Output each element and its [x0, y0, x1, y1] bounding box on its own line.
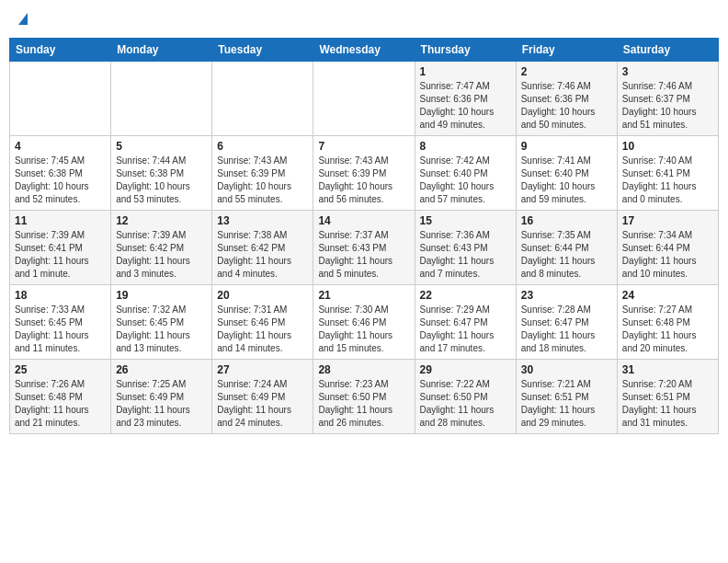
- day-number: 19: [116, 289, 207, 302]
- day-info: Sunrise: 7:37 AMSunset: 6:43 PMDaylight:…: [318, 229, 409, 281]
- day-number: 26: [116, 363, 207, 376]
- calendar-cell: 10Sunrise: 7:40 AMSunset: 6:41 PMDayligh…: [617, 136, 718, 211]
- calendar-week-4: 18Sunrise: 7:33 AMSunset: 6:45 PMDayligh…: [10, 285, 719, 360]
- day-info: Sunrise: 7:38 AMSunset: 6:42 PMDaylight:…: [217, 229, 308, 281]
- calendar-cell: 6Sunrise: 7:43 AMSunset: 6:39 PMDaylight…: [212, 136, 313, 211]
- day-number: 13: [217, 214, 308, 227]
- calendar-cell: 13Sunrise: 7:38 AMSunset: 6:42 PMDayligh…: [212, 211, 313, 285]
- calendar-cell: 4Sunrise: 7:45 AMSunset: 6:38 PMDaylight…: [10, 136, 111, 211]
- calendar-cell: 27Sunrise: 7:24 AMSunset: 6:49 PMDayligh…: [212, 360, 313, 434]
- day-number: 4: [15, 140, 106, 153]
- day-info: Sunrise: 7:23 AMSunset: 6:50 PMDaylight:…: [318, 378, 409, 430]
- weekday-header-tuesday: Tuesday: [212, 39, 313, 62]
- calendar-cell: 29Sunrise: 7:22 AMSunset: 6:50 PMDayligh…: [415, 360, 516, 434]
- logo-triangle-icon: [18, 13, 28, 25]
- calendar-cell: 23Sunrise: 7:28 AMSunset: 6:47 PMDayligh…: [516, 285, 617, 360]
- calendar-week-3: 11Sunrise: 7:39 AMSunset: 6:41 PMDayligh…: [10, 211, 719, 285]
- calendar-cell: 1Sunrise: 7:47 AMSunset: 6:36 PMDaylight…: [415, 62, 516, 136]
- day-number: 18: [15, 289, 106, 302]
- day-info: Sunrise: 7:25 AMSunset: 6:49 PMDaylight:…: [116, 378, 207, 430]
- day-number: 30: [521, 363, 612, 376]
- calendar-cell: 14Sunrise: 7:37 AMSunset: 6:43 PMDayligh…: [313, 211, 415, 285]
- calendar-cell: 26Sunrise: 7:25 AMSunset: 6:49 PMDayligh…: [111, 360, 212, 434]
- weekday-header-monday: Monday: [111, 39, 212, 62]
- calendar-cell: 25Sunrise: 7:26 AMSunset: 6:48 PMDayligh…: [10, 360, 111, 434]
- calendar-cell: 2Sunrise: 7:46 AMSunset: 6:36 PMDaylight…: [516, 62, 617, 136]
- calendar-cell: 30Sunrise: 7:21 AMSunset: 6:51 PMDayligh…: [516, 360, 617, 434]
- day-number: 20: [217, 289, 308, 302]
- day-info: Sunrise: 7:36 AMSunset: 6:43 PMDaylight:…: [420, 229, 511, 281]
- calendar-cell: [212, 62, 313, 136]
- day-number: 31: [622, 363, 713, 376]
- calendar-cell: 5Sunrise: 7:44 AMSunset: 6:38 PMDaylight…: [111, 136, 212, 211]
- day-number: 21: [318, 289, 409, 302]
- day-info: Sunrise: 7:42 AMSunset: 6:40 PMDaylight:…: [420, 155, 511, 206]
- day-info: Sunrise: 7:20 AMSunset: 6:51 PMDaylight:…: [622, 378, 713, 430]
- calendar-cell: 20Sunrise: 7:31 AMSunset: 6:46 PMDayligh…: [212, 285, 313, 360]
- day-number: 28: [318, 363, 409, 376]
- day-info: Sunrise: 7:43 AMSunset: 6:39 PMDaylight:…: [318, 155, 409, 206]
- day-info: Sunrise: 7:46 AMSunset: 6:36 PMDaylight:…: [521, 80, 612, 132]
- day-number: 2: [521, 65, 612, 78]
- calendar-cell: 7Sunrise: 7:43 AMSunset: 6:39 PMDaylight…: [313, 136, 415, 211]
- calendar-cell: 18Sunrise: 7:33 AMSunset: 6:45 PMDayligh…: [10, 285, 111, 360]
- calendar-cell: 28Sunrise: 7:23 AMSunset: 6:50 PMDayligh…: [313, 360, 415, 434]
- day-number: 27: [217, 363, 308, 376]
- day-number: 24: [622, 289, 713, 302]
- weekday-header-saturday: Saturday: [617, 39, 718, 62]
- day-info: Sunrise: 7:40 AMSunset: 6:41 PMDaylight:…: [622, 155, 713, 206]
- day-info: Sunrise: 7:46 AMSunset: 6:37 PMDaylight:…: [622, 80, 713, 132]
- day-number: 22: [420, 289, 511, 302]
- day-info: Sunrise: 7:26 AMSunset: 6:48 PMDaylight:…: [15, 378, 106, 430]
- day-info: Sunrise: 7:21 AMSunset: 6:51 PMDaylight:…: [521, 378, 612, 430]
- weekday-header-sunday: Sunday: [10, 39, 111, 62]
- calendar-cell: 11Sunrise: 7:39 AMSunset: 6:41 PMDayligh…: [10, 211, 111, 285]
- day-info: Sunrise: 7:35 AMSunset: 6:44 PMDaylight:…: [521, 229, 612, 281]
- calendar-cell: 31Sunrise: 7:20 AMSunset: 6:51 PMDayligh…: [617, 360, 718, 434]
- calendar-header-row: SundayMondayTuesdayWednesdayThursdayFrid…: [10, 39, 719, 62]
- day-number: 17: [622, 214, 713, 227]
- day-number: 14: [318, 214, 409, 227]
- day-number: 10: [622, 140, 713, 153]
- day-info: Sunrise: 7:30 AMSunset: 6:46 PMDaylight:…: [318, 304, 409, 355]
- day-info: Sunrise: 7:27 AMSunset: 6:48 PMDaylight:…: [622, 304, 713, 355]
- day-info: Sunrise: 7:47 AMSunset: 6:36 PMDaylight:…: [420, 80, 511, 132]
- day-info: Sunrise: 7:22 AMSunset: 6:50 PMDaylight:…: [420, 378, 511, 430]
- day-info: Sunrise: 7:28 AMSunset: 6:47 PMDaylight:…: [521, 304, 612, 355]
- weekday-header-friday: Friday: [516, 39, 617, 62]
- day-number: 23: [521, 289, 612, 302]
- calendar-week-2: 4Sunrise: 7:45 AMSunset: 6:38 PMDaylight…: [10, 136, 719, 211]
- day-number: 29: [420, 363, 511, 376]
- day-number: 12: [116, 214, 207, 227]
- day-number: 3: [622, 65, 713, 78]
- weekday-header-thursday: Thursday: [415, 39, 516, 62]
- day-info: Sunrise: 7:41 AMSunset: 6:40 PMDaylight:…: [521, 155, 612, 206]
- day-number: 5: [116, 140, 207, 153]
- day-info: Sunrise: 7:39 AMSunset: 6:41 PMDaylight:…: [15, 229, 106, 281]
- calendar-cell: [111, 62, 212, 136]
- day-number: 7: [318, 140, 409, 153]
- day-number: 15: [420, 214, 511, 227]
- day-number: 25: [15, 363, 106, 376]
- day-info: Sunrise: 7:33 AMSunset: 6:45 PMDaylight:…: [15, 304, 106, 355]
- calendar-cell: 16Sunrise: 7:35 AMSunset: 6:44 PMDayligh…: [516, 211, 617, 285]
- calendar-cell: 19Sunrise: 7:32 AMSunset: 6:45 PMDayligh…: [111, 285, 212, 360]
- day-info: Sunrise: 7:39 AMSunset: 6:42 PMDaylight:…: [116, 229, 207, 281]
- calendar-cell: 8Sunrise: 7:42 AMSunset: 6:40 PMDaylight…: [415, 136, 516, 211]
- calendar-cell: 12Sunrise: 7:39 AMSunset: 6:42 PMDayligh…: [111, 211, 212, 285]
- calendar-cell: [10, 62, 111, 136]
- day-info: Sunrise: 7:43 AMSunset: 6:39 PMDaylight:…: [217, 155, 308, 206]
- day-info: Sunrise: 7:44 AMSunset: 6:38 PMDaylight:…: [116, 155, 207, 206]
- calendar-cell: 17Sunrise: 7:34 AMSunset: 6:44 PMDayligh…: [617, 211, 718, 285]
- calendar-week-5: 25Sunrise: 7:26 AMSunset: 6:48 PMDayligh…: [10, 360, 719, 434]
- page-header: [9, 9, 719, 30]
- calendar-cell: 24Sunrise: 7:27 AMSunset: 6:48 PMDayligh…: [617, 285, 718, 360]
- day-info: Sunrise: 7:45 AMSunset: 6:38 PMDaylight:…: [15, 155, 106, 206]
- calendar-table: SundayMondayTuesdayWednesdayThursdayFrid…: [9, 38, 719, 434]
- day-info: Sunrise: 7:32 AMSunset: 6:45 PMDaylight:…: [116, 304, 207, 355]
- calendar-cell: 15Sunrise: 7:36 AMSunset: 6:43 PMDayligh…: [415, 211, 516, 285]
- calendar-cell: 22Sunrise: 7:29 AMSunset: 6:47 PMDayligh…: [415, 285, 516, 360]
- day-info: Sunrise: 7:31 AMSunset: 6:46 PMDaylight:…: [217, 304, 308, 355]
- day-number: 6: [217, 140, 308, 153]
- day-number: 16: [521, 214, 612, 227]
